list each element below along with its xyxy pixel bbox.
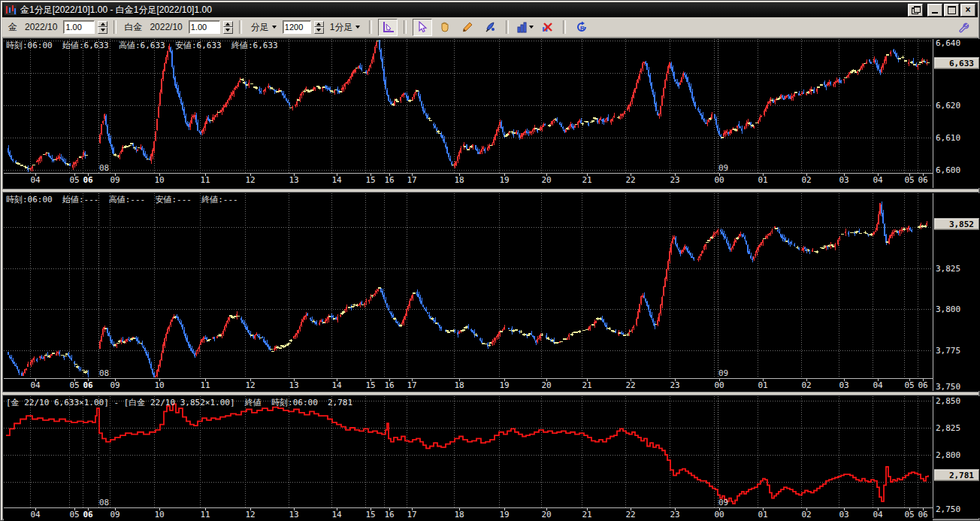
arrow-up-icon xyxy=(316,23,321,26)
y-axis-label: 3,825 xyxy=(936,263,960,273)
x-tick-label: 21 xyxy=(582,175,591,185)
current-price-badge-gold-platinum-spread: 2,781 xyxy=(934,470,979,481)
hand-pan-button[interactable] xyxy=(435,19,455,36)
x-tick-label: 13 xyxy=(289,175,298,185)
x-tick-label: 09 xyxy=(110,380,119,390)
x-tick-label: 22 xyxy=(625,380,635,390)
x-tick-label: 05 xyxy=(69,175,79,185)
x-tick-label: 17 xyxy=(407,175,416,185)
x-tick-label: 12 xyxy=(245,380,255,390)
x-axis-gold-1min: 0405060910111213141516171819202122230001… xyxy=(4,173,933,186)
x-tick-label: 02 xyxy=(801,380,811,390)
x-tick-label: 01 xyxy=(758,380,767,390)
x-tick-label: 06 xyxy=(918,510,927,519)
x-tick-label: 12 xyxy=(245,510,255,519)
close-button[interactable]: × xyxy=(960,4,975,17)
toolbar-separator xyxy=(239,20,242,34)
svg-text:R: R xyxy=(580,25,585,32)
x-tick-label: 10 xyxy=(154,380,164,390)
spread-line xyxy=(6,404,928,503)
x-tick-label: 04 xyxy=(30,175,40,185)
x-tick-label: 21 xyxy=(582,510,591,519)
chart-style-button[interactable] xyxy=(515,19,534,36)
y-axis-label: 3,775 xyxy=(936,346,960,356)
spin-up-button[interactable] xyxy=(314,21,324,28)
x-tick-label: 01 xyxy=(758,175,767,185)
maximize-icon xyxy=(948,6,956,14)
refresh-rotate-icon: R xyxy=(576,21,588,33)
x-tick-label: 03 xyxy=(839,510,848,519)
window-title: 金1分足[2022/10]1.00 - 白金1分足[2022/10]1.00 xyxy=(20,4,212,17)
x-tick-label: 09 xyxy=(110,175,119,185)
x-tick-label: 22 xyxy=(625,510,635,519)
y-axis-label: 2,825 xyxy=(936,423,960,433)
platinum-month-select[interactable]: 2022/10 xyxy=(150,22,182,32)
pencil-draw-button[interactable] xyxy=(458,19,477,36)
quill-annotate-button[interactable] xyxy=(480,19,500,36)
x-tick-label: 06 xyxy=(83,510,92,519)
x-tick-label: 02 xyxy=(801,510,811,519)
bar-count-spinner[interactable] xyxy=(314,21,324,34)
spin-up-button[interactable] xyxy=(223,21,233,28)
chevron-down-icon xyxy=(272,26,277,29)
title-bar[interactable]: 金1分足[2022/10]1.00 - 白金1分足[2022/10]1.00 × xyxy=(2,2,978,17)
spin-down-button[interactable] xyxy=(223,27,233,34)
x-tick-label: 05 xyxy=(904,175,914,185)
refresh-button[interactable]: R xyxy=(572,19,591,36)
arrow-down-icon xyxy=(225,29,230,32)
plot-gold-1min[interactable] xyxy=(4,39,933,173)
bar-count-input[interactable] xyxy=(283,20,311,34)
spin-down-button[interactable] xyxy=(314,27,324,34)
platinum-multiplier-spinner[interactable] xyxy=(223,21,233,34)
bar-type-dropdown[interactable]: 分足 xyxy=(248,20,280,35)
x-tick-label: 23 xyxy=(670,175,679,185)
x-tick-label: 04 xyxy=(30,380,40,390)
toolbar-separator xyxy=(113,20,116,34)
spin-down-button[interactable] xyxy=(98,27,107,34)
gold-multiplier-input[interactable] xyxy=(63,20,95,34)
chart-area: 時刻:06:00 始値:6,633 高値:6,633 安値:6,633 終値:6… xyxy=(2,38,978,519)
spin-up-button[interactable] xyxy=(98,21,107,28)
x-tick-label: 05 xyxy=(904,380,914,390)
chart-frame-select-button[interactable] xyxy=(378,19,398,36)
toolbar-separator xyxy=(404,20,407,34)
platinum-multiplier-input[interactable] xyxy=(189,20,220,34)
delete-indicator-button[interactable] xyxy=(537,19,557,36)
arrow-up-icon xyxy=(225,23,230,26)
cascade-button[interactable] xyxy=(908,4,923,17)
toolbar: 金 2022/10 白金 2022/10 分足 1分足 xyxy=(2,17,978,38)
x-tick-label: 12 xyxy=(245,175,255,185)
pointer-tool-button[interactable] xyxy=(413,19,432,36)
settings-button[interactable] xyxy=(954,19,973,36)
candlestick-logo-icon xyxy=(5,5,17,15)
x-tick-label: 11 xyxy=(200,510,210,519)
y-axis-label: 6,640 xyxy=(936,38,960,48)
chevron-down-icon xyxy=(355,26,360,29)
x-tick-label: 15 xyxy=(365,510,375,519)
y-axis-platinum-1min: 3,8253,8003,7753,7503,852 xyxy=(933,193,980,391)
x-tick-label: 02 xyxy=(801,175,811,185)
plot-platinum-1min[interactable] xyxy=(4,193,933,378)
gold-multiplier-spinner[interactable] xyxy=(98,21,107,34)
interval-label: 1分足 xyxy=(330,21,353,34)
current-price-badge-platinum-1min: 3,852 xyxy=(934,218,979,229)
y-axis-label: 3,750 xyxy=(936,382,960,392)
hand-pan-icon xyxy=(439,21,451,33)
maximize-button[interactable] xyxy=(944,4,959,17)
toolbar-separator xyxy=(369,20,372,34)
plot-gold-platinum-spread[interactable] xyxy=(4,396,933,507)
minimize-button[interactable] xyxy=(927,4,942,17)
x-tick-label: 17 xyxy=(407,380,416,390)
x-tick-label: 11 xyxy=(200,175,210,185)
x-tick-label: 04 xyxy=(873,510,882,519)
gold-month-select[interactable]: 2022/10 xyxy=(25,22,57,32)
x-tick-label: 18 xyxy=(454,380,464,390)
x-tick-label: 03 xyxy=(839,380,848,390)
x-tick-label: 23 xyxy=(670,380,679,390)
x-tick-label: 09 xyxy=(110,510,119,519)
interval-dropdown[interactable]: 1分足 xyxy=(327,20,364,35)
x-tick-label: 22 xyxy=(625,175,635,185)
y-axis-label: 2,800 xyxy=(936,450,960,460)
arrow-down-icon xyxy=(316,29,321,32)
x-tick-label: 11 xyxy=(200,380,210,390)
